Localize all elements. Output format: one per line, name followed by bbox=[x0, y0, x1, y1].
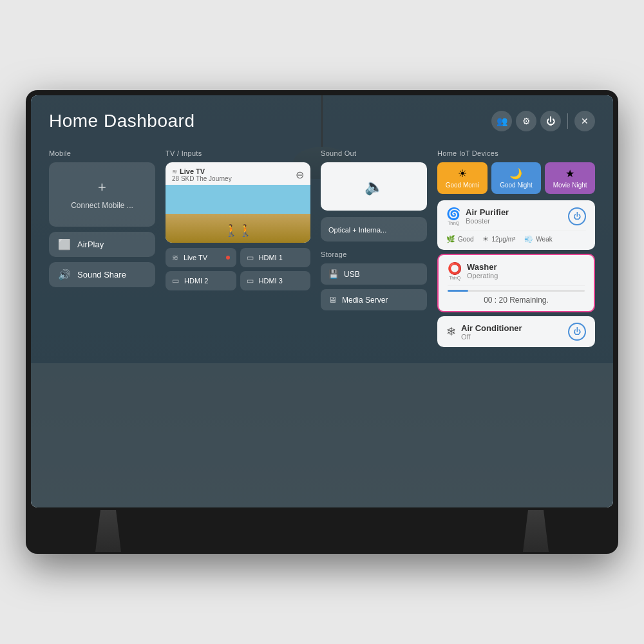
moon-icon: 🌙 bbox=[495, 167, 538, 180]
dashboard-overlay: Home Dashboard 👥 ⚙ ⏻ ✕ Mobile + Connect … bbox=[31, 95, 613, 507]
washer-icon: ⭕ bbox=[448, 261, 462, 276]
live-tv-small-icon: ≋ bbox=[172, 253, 178, 262]
movie-night-scene[interactable]: ★ Movie Night bbox=[545, 162, 595, 194]
thinq-badge-purifier: ThinQ bbox=[448, 221, 459, 225]
live-tv-minus-icon[interactable]: ⊖ bbox=[296, 169, 304, 181]
usb-card[interactable]: 💾 USB bbox=[321, 263, 427, 285]
hdmi1-icon: ▭ bbox=[247, 253, 254, 262]
usb-label: USB bbox=[344, 270, 360, 279]
sound-out-column: Sound Out 🔈 Optical + Interna... Storage… bbox=[321, 149, 427, 479]
aq-wind: 💨 Weak bbox=[524, 235, 552, 243]
good-night-scene[interactable]: 🌙 Good Night bbox=[491, 162, 542, 194]
washer-header: ⭕ ThinQ Washer Operating bbox=[448, 261, 585, 280]
scene-buttons: ☀ Good Morni 🌙 Good Night ★ Movie Night bbox=[437, 162, 595, 194]
air-conditioner-name: Air Conditioner bbox=[461, 323, 522, 333]
washer-name: Washer bbox=[467, 262, 498, 272]
hdmi2-card[interactable]: ▭ HDMI 2 bbox=[166, 271, 236, 290]
sound-column-label: Sound Out bbox=[321, 149, 427, 157]
thinq-badge-washer: ThinQ bbox=[449, 276, 460, 280]
live-indicator bbox=[226, 256, 230, 260]
live-tv-number: 28 SKD The Journey bbox=[172, 175, 232, 182]
tv-inputs-column: TV / Inputs ≋ Live TV 28 SKD The Journey… bbox=[166, 149, 310, 479]
header-controls: 👥 ⚙ ⏻ ✕ bbox=[491, 111, 595, 131]
wind-icon: 💨 bbox=[524, 235, 533, 243]
soundshare-card[interactable]: 🔊 Sound Share bbox=[49, 262, 155, 287]
storage-label: Storage bbox=[321, 251, 427, 258]
air-conditioner-status: Off bbox=[461, 333, 522, 341]
sun-aq-icon: ☀ bbox=[482, 235, 489, 243]
hdmi-bottom-row: ▭ HDMI 2 ▭ HDMI 3 bbox=[166, 271, 310, 294]
media-server-card[interactable]: 🖥 Media Server bbox=[321, 289, 427, 310]
signal-icon: ≋ bbox=[172, 168, 177, 175]
air-purifier-icon-wrap: 🌀 ThinQ bbox=[446, 207, 460, 225]
leaf-icon: 🌿 bbox=[446, 235, 455, 243]
soundshare-label: Sound Share bbox=[77, 270, 126, 279]
live-tv-header: ≋ Live TV 28 SKD The Journey ⊖ bbox=[166, 162, 310, 185]
washer-time: 00 : 20 Remaining. bbox=[448, 296, 585, 305]
air-purifier-status: Booster bbox=[466, 217, 509, 225]
aq-good-label: Good bbox=[458, 236, 473, 243]
thumb-scene: 🚶🚶 bbox=[166, 185, 310, 243]
airplay-label: AirPlay bbox=[77, 240, 104, 249]
live-tv-channel: Live TV bbox=[180, 167, 205, 175]
good-morning-scene[interactable]: ☀ Good Morni bbox=[437, 162, 488, 194]
air-purifier-info: Air Purifier Booster bbox=[466, 207, 509, 225]
settings-button[interactable]: ⚙ bbox=[516, 111, 536, 131]
plus-icon: + bbox=[98, 179, 106, 196]
air-conditioner-header: ❄ Air Conditioner Off ⏻ bbox=[446, 323, 586, 341]
airplay-icon: ⬜ bbox=[58, 238, 71, 251]
mobile-column-label: Mobile bbox=[49, 149, 155, 157]
good-morning-label: Good Morni bbox=[441, 182, 484, 189]
hdmi1-card[interactable]: ▭ HDMI 1 bbox=[240, 248, 311, 267]
mobile-column: Mobile + Connect Mobile ... ⬜ AirPlay 🔊 … bbox=[49, 149, 155, 479]
tv-stand bbox=[31, 510, 613, 552]
movie-night-label: Movie Night bbox=[549, 182, 591, 189]
air-conditioner-power-button[interactable]: ⏻ bbox=[568, 323, 586, 341]
small-cards-row: ≋ Live TV ▭ HDMI 1 bbox=[166, 248, 310, 271]
progress-bar-fill bbox=[448, 290, 468, 292]
close-button[interactable]: ✕ bbox=[574, 111, 595, 131]
air-purifier-power-button[interactable]: ⏻ bbox=[568, 207, 586, 225]
live-tv-info: ≋ Live TV 28 SKD The Journey bbox=[172, 167, 232, 182]
connect-mobile-card[interactable]: + Connect Mobile ... bbox=[49, 162, 155, 227]
air-purifier-name: Air Purifier bbox=[466, 207, 509, 217]
live-tv-card[interactable]: ≋ Live TV 28 SKD The Journey ⊖ 🚶🚶 bbox=[166, 162, 310, 243]
air-conditioner-info: Air Conditioner Off bbox=[461, 323, 522, 341]
hdmi1-label: HDMI 1 bbox=[259, 254, 283, 261]
tv-screen: Home Dashboard 👥 ⚙ ⏻ ✕ Mobile + Connect … bbox=[31, 95, 613, 507]
stand-leg-left bbox=[95, 510, 121, 552]
speaker-icon: 🔈 bbox=[365, 178, 384, 196]
hdmi3-icon: ▭ bbox=[247, 276, 254, 285]
iot-column-label: Home IoT Devices bbox=[437, 149, 595, 157]
air-purifier-icon: 🌀 bbox=[446, 207, 460, 221]
air-conditioner-card[interactable]: ❄ Air Conditioner Off ⏻ bbox=[437, 316, 595, 347]
washer-progress: 00 : 20 Remaining. bbox=[448, 285, 585, 305]
power-button[interactable]: ⏻ bbox=[540, 111, 561, 131]
hdmi3-label: HDMI 3 bbox=[259, 277, 283, 285]
tv-frame: Home Dashboard 👥 ⚙ ⏻ ✕ Mobile + Connect … bbox=[26, 90, 618, 554]
dashboard-columns: Mobile + Connect Mobile ... ⬜ AirPlay 🔊 … bbox=[49, 149, 595, 479]
hdmi3-card[interactable]: ▭ HDMI 3 bbox=[240, 271, 311, 290]
air-purifier-header: 🌀 ThinQ Air Purifier Booster ⏻ bbox=[446, 207, 586, 225]
star-icon: ★ bbox=[549, 167, 591, 180]
good-night-label: Good Night bbox=[495, 182, 538, 189]
washer-card[interactable]: ⭕ ThinQ Washer Operating bbox=[437, 254, 595, 312]
sound-label-card[interactable]: Optical + Interna... bbox=[321, 217, 427, 242]
live-tv-small-card[interactable]: ≋ Live TV bbox=[166, 248, 236, 267]
aq-wind-label: Weak bbox=[536, 236, 552, 243]
washer-status: Operating bbox=[467, 272, 498, 279]
sound-out-card[interactable]: 🔈 bbox=[321, 162, 427, 211]
ac-icon: ❄ bbox=[446, 325, 456, 339]
air-quality-row: 🌿 Good ☀ 12μg/m² 💨 Weak bbox=[446, 231, 586, 243]
live-tv-thumbnail: 🚶🚶 bbox=[166, 185, 310, 243]
washer-left: ⭕ ThinQ Washer Operating bbox=[448, 261, 498, 280]
people-button[interactable]: 👥 bbox=[491, 111, 512, 131]
sound-output-label: Optical + Interna... bbox=[328, 226, 386, 234]
aq-particulate: ☀ 12μg/m² bbox=[482, 235, 515, 243]
header-divider bbox=[567, 113, 568, 129]
live-tv-small-label: Live TV bbox=[184, 254, 207, 261]
air-conditioner-icon-wrap: ❄ bbox=[446, 325, 456, 339]
air-purifier-card[interactable]: 🌀 ThinQ Air Purifier Booster ⏻ bbox=[437, 200, 595, 250]
airplay-card[interactable]: ⬜ AirPlay bbox=[49, 232, 155, 257]
air-conditioner-left: ❄ Air Conditioner Off bbox=[446, 323, 522, 341]
